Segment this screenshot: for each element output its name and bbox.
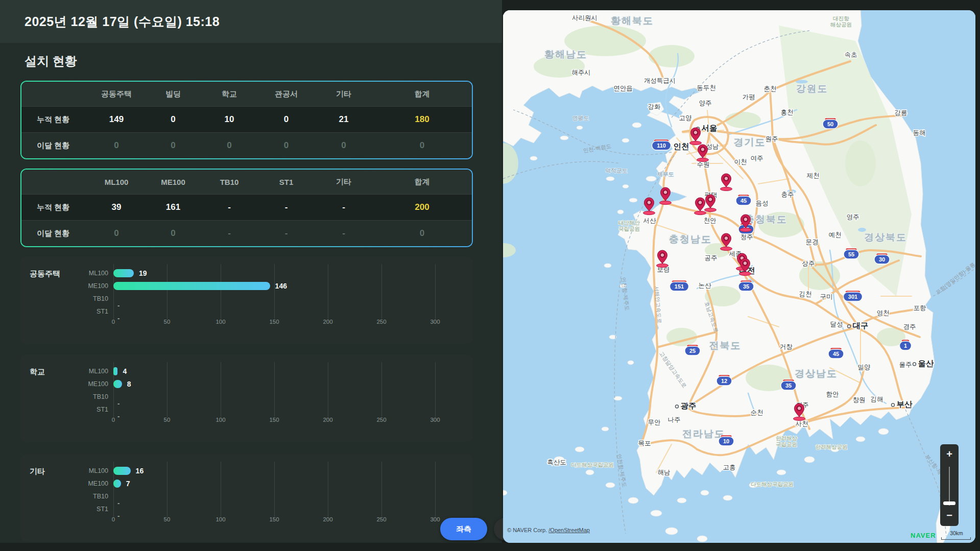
gridline — [381, 264, 382, 319]
category-label: ST1 — [73, 308, 108, 315]
scale-bar — [941, 537, 971, 540]
axis-tick-label: 150 — [264, 319, 284, 325]
table-cell: - — [257, 228, 315, 238]
city-marker-dot — [848, 325, 851, 328]
province-label: 충청남도 — [669, 234, 712, 245]
svg-text:45: 45 — [740, 198, 747, 204]
city-marker-dot — [913, 363, 916, 366]
road-shield: 25 — [685, 345, 700, 355]
city-label: 충주 — [781, 191, 794, 198]
city-label: 김천 — [799, 291, 812, 298]
city-label: 흑산도 — [547, 459, 566, 466]
road-shield: 45 — [828, 348, 844, 358]
city-label: 제천 — [807, 172, 820, 179]
table-cell: 161 — [145, 202, 201, 212]
category-label: ST1 — [73, 406, 108, 413]
city-label: 거창 — [780, 343, 793, 350]
bar-value: 146 — [275, 282, 287, 290]
road-shield: 50 — [823, 118, 838, 129]
axis-tick-label: 150 — [264, 417, 284, 423]
city-label: 창원 — [853, 396, 866, 403]
svg-text:301: 301 — [848, 294, 857, 300]
city-label: 예천 — [829, 231, 842, 238]
map-scale: 30km — [941, 530, 972, 536]
gridline — [435, 362, 436, 417]
gridline — [381, 362, 382, 417]
city-label: 강화 — [648, 103, 661, 110]
axis-tick-label: 300 — [425, 319, 445, 325]
zoom-in-button[interactable]: + — [940, 448, 959, 460]
bar — [113, 380, 122, 388]
svg-text:50: 50 — [827, 121, 833, 127]
column-header: 합계 — [372, 177, 472, 187]
svg-text:151: 151 — [675, 283, 684, 290]
axis-tick-label: 200 — [318, 417, 338, 423]
svg-text:35: 35 — [743, 283, 749, 290]
city-label: 가평 — [743, 93, 755, 101]
city-label: 여주 — [751, 155, 763, 162]
road-shield: 45 — [736, 195, 751, 205]
island-label: 덕적군도 — [605, 167, 628, 174]
table-cell: - — [315, 202, 372, 212]
park-label: 태안해안국립공원 — [618, 220, 640, 232]
city-label: 강릉 — [895, 109, 907, 116]
svg-text:30: 30 — [879, 256, 885, 262]
zoom-out-button[interactable]: − — [940, 510, 959, 521]
gridline — [274, 462, 275, 517]
city-label: 상주 — [802, 260, 815, 267]
city-label: 개성특급시 — [644, 77, 676, 84]
city-label: 해남 — [658, 469, 671, 476]
city-label: 양주 — [699, 100, 712, 107]
axis-tick-label: 50 — [157, 319, 177, 325]
gridline — [435, 264, 436, 319]
category-label: TB10 — [73, 493, 108, 500]
svg-text:12: 12 — [721, 378, 727, 384]
city-label: 음성 — [756, 200, 769, 207]
table-row: 이달 현황00---0 — [21, 220, 472, 246]
city-marker-dot — [676, 405, 679, 408]
city-label: 이천 — [734, 158, 747, 165]
map-attribution: © NAVER Corp. /OpenStreetMap — [507, 527, 590, 533]
gridline — [167, 462, 168, 517]
island-label: 연평도 — [572, 115, 589, 121]
category-label: ST1 — [73, 506, 108, 513]
road-shield: 35 — [781, 379, 796, 390]
bar-value: 7 — [126, 480, 130, 488]
map-canvas[interactable]: 태안해안국립공원다도해상국립공원다도해상국립공원한려해상국립공원한려해상공원대진… — [503, 10, 975, 543]
no-data-dash: - — [117, 315, 119, 322]
gridline — [274, 362, 275, 417]
bar-chart-etc: 기타050100150200250300ML10016ME1007TB10-ST… — [20, 454, 473, 541]
table-cell: 0 — [372, 228, 472, 238]
axis-tick-label: 250 — [371, 319, 392, 325]
naver-map[interactable]: 태안해안국립공원다도해상국립공원다도해상국립공원한려해상국립공원한려해상공원대진… — [503, 10, 975, 543]
svg-text:1: 1 — [904, 343, 907, 349]
city-label: 사리원시 — [572, 14, 597, 21]
bar — [113, 269, 134, 277]
datetime-text: 2025년 12월 17일 (수요일) 15:18 — [25, 13, 220, 30]
chart-title: 학교 — [30, 367, 45, 377]
city-label: 동두천 — [697, 84, 716, 91]
city-label: 광주 — [681, 401, 697, 410]
city-label: 나주 — [668, 416, 681, 423]
bottom-strip — [0, 543, 980, 551]
bar-chart-apartment: 공동주택050100150200250300ML10019ME100146TB1… — [20, 257, 473, 344]
column-header: TB10 — [201, 178, 257, 186]
category-label: ML100 — [73, 467, 108, 474]
map-zoom-control[interactable]: + − — [940, 444, 959, 526]
category-label: TB10 — [73, 393, 108, 400]
gridline — [167, 362, 168, 417]
gridline — [274, 264, 275, 319]
left-view-button[interactable]: 좌측 — [440, 518, 487, 540]
axis-tick-label: 0 — [103, 516, 124, 522]
zoom-slider-track[interactable] — [949, 467, 950, 506]
openstreetmap-link[interactable]: /OpenStreetMap — [548, 527, 590, 533]
city-label: 성남 — [706, 143, 719, 150]
no-data-dash: - — [117, 499, 119, 507]
zoom-slider-handle[interactable] — [943, 501, 955, 505]
city-marker-dot — [892, 403, 895, 406]
category-label: ML100 — [73, 368, 108, 375]
no-data-dash: - — [117, 512, 119, 520]
gridline — [328, 362, 328, 417]
no-data-dash: - — [117, 400, 119, 408]
province-label: 황해남도 — [544, 49, 587, 60]
